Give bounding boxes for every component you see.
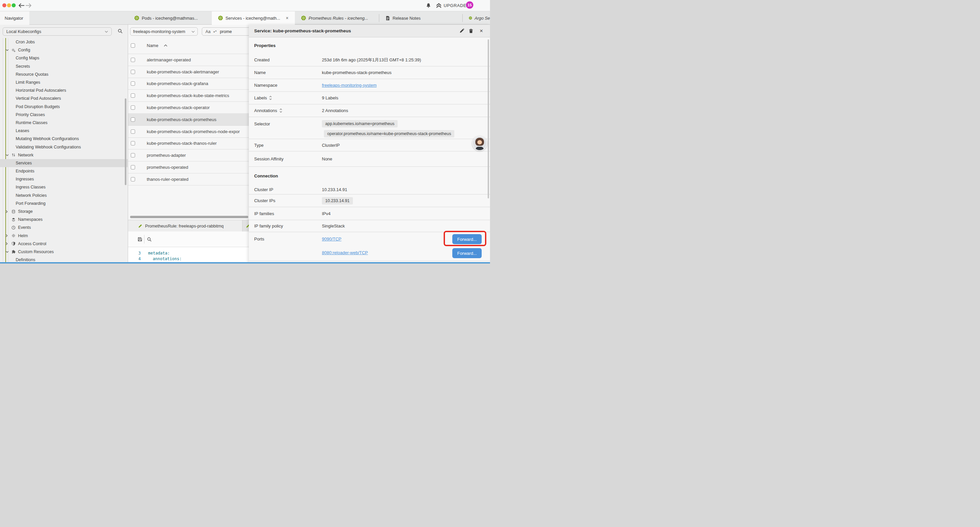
name-column-header[interactable]: Name <box>147 43 158 48</box>
chevron-right-icon[interactable] <box>6 210 9 213</box>
sidebar-item-leases[interactable]: Leases <box>0 127 128 135</box>
sidebar-item-limit-ranges[interactable]: Limit Ranges <box>0 78 128 86</box>
sidebar-item-cron-jobs[interactable]: Cron Jobs <box>0 38 128 46</box>
sidebar-group-custom-resources[interactable]: Custom Resources <box>0 248 128 256</box>
row-checkbox[interactable] <box>131 58 135 62</box>
maximize-window-button[interactable] <box>12 3 16 7</box>
forward-button-8080[interactable]: Forward... <box>452 248 482 258</box>
table-row[interactable]: kube-prometheus-stack-operator <box>128 102 261 114</box>
namespace-link[interactable]: freeleaps-monitoring-system <box>322 83 377 88</box>
sidebar-item-resource-quotas[interactable]: Resource Quotas <box>0 70 128 78</box>
namespace-selector[interactable]: freeleaps-monitoring-system <box>130 27 198 36</box>
search-icon[interactable] <box>147 237 152 242</box>
filter-input[interactable] <box>220 29 243 34</box>
pencil-icon <box>138 224 142 228</box>
row-checkbox[interactable] <box>131 165 135 169</box>
table-row[interactable]: alertmanager-operated <box>128 54 261 66</box>
row-checkbox[interactable] <box>131 70 135 74</box>
assistant-avatar[interactable] <box>473 136 487 151</box>
upgrade-icon[interactable] <box>436 3 442 8</box>
row-checkbox[interactable] <box>131 93 135 98</box>
sidebar-item-secrets[interactable]: Secrets <box>0 62 128 70</box>
sidebar-scrollbar[interactable] <box>125 99 126 185</box>
expander-icon[interactable] <box>280 108 282 113</box>
table-row[interactable]: kube-prometheus-stack-alertmanager <box>128 66 261 78</box>
sidebar-item-namespaces[interactable]: Namespaces <box>0 215 128 223</box>
sidebar-item-mutating-webhook-configurations[interactable]: Mutating Webhook Configurations <box>0 135 128 143</box>
expander-icon[interactable] <box>269 96 272 100</box>
chevron-down-icon[interactable] <box>6 154 9 156</box>
forward-arrow-icon[interactable] <box>25 3 32 8</box>
table-row[interactable]: kube-prometheus-stack-thanos-ruler <box>128 138 261 150</box>
row-checkbox[interactable] <box>131 105 135 110</box>
tab-argo[interactable]: Argo Se <box>463 11 490 25</box>
sidebar-group-config[interactable]: Config <box>0 46 128 54</box>
sidebar-item-pod-disruption-budgets[interactable]: Pod Disruption Budgets <box>0 103 128 111</box>
row-checkbox[interactable] <box>131 129 135 134</box>
sidebar-item-services[interactable]: Services <box>0 159 128 167</box>
table-row[interactable]: prometheus-operated <box>128 161 261 174</box>
chevron-down-icon[interactable] <box>6 251 9 253</box>
save-icon[interactable] <box>137 237 142 242</box>
notification-badge[interactable]: 15 <box>466 2 473 9</box>
sidebar-item-horizontal-pod-autoscalers[interactable]: Horizontal Pod Autoscalers <box>0 86 128 94</box>
regex-icon[interactable]: ▪* <box>213 30 217 34</box>
drawer-scrollbar[interactable] <box>488 39 489 199</box>
port-link-8080[interactable]: 8080:reloader-web/TCP <box>322 250 368 255</box>
sidebar-group-access-control[interactable]: Access Control <box>0 240 128 248</box>
search-icon[interactable] <box>118 29 123 34</box>
row-checkbox[interactable] <box>131 141 135 145</box>
minimize-window-button[interactable] <box>7 3 11 7</box>
sidebar-item-events[interactable]: Events <box>0 223 128 231</box>
sidebar-item-validating-webhook-configurations[interactable]: Validating Webhook Configurations <box>0 143 128 151</box>
sort-ascending-icon[interactable] <box>164 45 167 47</box>
table-row[interactable]: kube-prometheus-stack-grafana <box>128 78 261 90</box>
row-checkbox[interactable] <box>131 81 135 86</box>
table-row[interactable]: prometheus-adapter <box>128 150 261 161</box>
select-all-checkbox[interactable] <box>131 43 135 48</box>
sidebar-item-endpoints[interactable]: Endpoints <box>0 167 128 175</box>
tab-prometheus-rules[interactable]: Prometheus Rules - icecheng... <box>295 11 379 25</box>
close-tab-icon[interactable]: × <box>286 16 288 20</box>
delete-icon[interactable] <box>469 29 473 33</box>
chevron-right-icon[interactable] <box>6 242 9 245</box>
chevron-down-icon[interactable] <box>6 49 9 51</box>
yaml-editor[interactable]: 3metadata: 4annotations: 5kubectl.kubern… <box>128 247 261 263</box>
horizontal-scrollbar[interactable] <box>130 216 248 218</box>
filter-box[interactable]: Aa ▪* <box>202 27 255 36</box>
chevron-right-icon[interactable] <box>6 234 9 237</box>
close-icon[interactable]: × <box>480 29 483 33</box>
match-case-icon[interactable]: Aa <box>205 29 210 34</box>
tab-pods[interactable]: Pods - icecheng@mathmas... <box>128 11 212 25</box>
tab-navigator[interactable]: Navigator <box>0 11 29 25</box>
table-row[interactable]: kube-prometheus-stack-kube-state-metrics <box>128 90 261 102</box>
editor-tab-prometheusrule[interactable]: PrometheusRule: freeleaps-prod-rabbitmq <box>128 220 242 232</box>
close-window-button[interactable] <box>2 3 6 7</box>
row-checkbox[interactable] <box>131 177 135 182</box>
sidebar-item-ingresses[interactable]: Ingresses <box>0 175 128 183</box>
sidebar-item-ingress-classes[interactable]: Ingress Classes <box>0 183 128 191</box>
sidebar-item-vertical-pod-autoscalers[interactable]: Vertical Pod Autoscalers <box>0 94 128 102</box>
forward-button-9090[interactable]: Forward... <box>452 234 482 244</box>
row-checkbox[interactable] <box>131 118 135 122</box>
sidebar-item-config-maps[interactable]: Config Maps <box>0 54 128 62</box>
tab-release-notes[interactable]: Release Notes <box>379 11 462 25</box>
port-link-9090[interactable]: 9090/TCP <box>322 236 368 242</box>
row-checkbox[interactable] <box>131 153 135 158</box>
table-row[interactable]: kube-prometheus-stack-prometheus-node-ex… <box>128 126 261 138</box>
edit-icon[interactable] <box>459 29 464 33</box>
sidebar-item-priority-classes[interactable]: Priority Classes <box>0 111 128 119</box>
sidebar-group-network[interactable]: Network <box>0 151 128 159</box>
sidebar-group-helm[interactable]: Helm <box>0 232 128 240</box>
sidebar-item-network-policies[interactable]: Network Policies <box>0 191 128 199</box>
upgrade-button[interactable]: UPGRADE <box>444 3 467 8</box>
tab-services[interactable]: Services - icecheng@math... × <box>212 11 295 25</box>
table-row[interactable]: thanos-ruler-operated <box>128 174 261 185</box>
sidebar-item-port-forwarding[interactable]: Port Forwarding <box>0 199 128 207</box>
sidebar-group-storage[interactable]: Storage <box>0 207 128 215</box>
back-arrow-icon[interactable] <box>18 3 25 8</box>
table-row-selected[interactable]: kube-prometheus-stack-prometheus <box>128 114 261 126</box>
sidebar-item-runtime-classes[interactable]: Runtime Classes <box>0 119 128 127</box>
bell-icon[interactable] <box>426 3 431 8</box>
kubeconfig-selector[interactable]: Local Kubeconfigs <box>3 27 112 36</box>
